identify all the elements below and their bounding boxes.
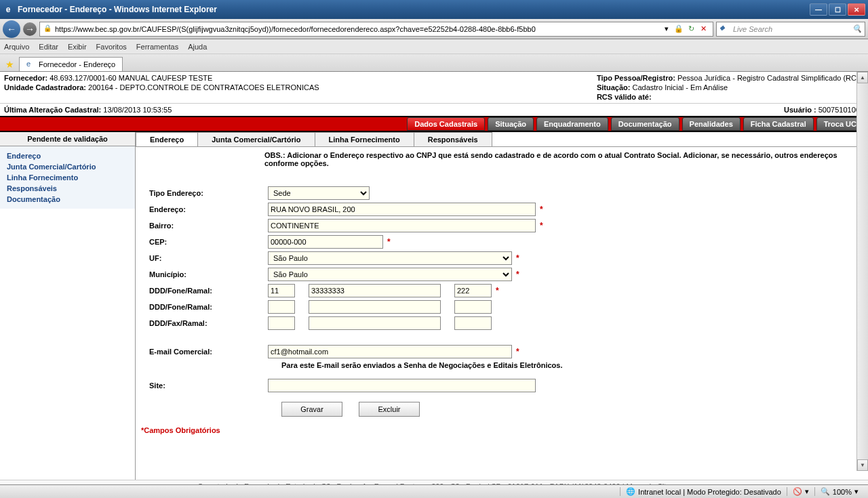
scroll-up-icon[interactable]: ▲ [857,72,868,83]
req-icon: * [516,253,519,263]
input-ddd2[interactable] [268,300,295,314]
label-ddd-fone-1: DDD/Fone/Ramal: [149,287,268,295]
fornecedor-value: 48.693.127/0001-60 MANUAL CAUFESP TESTE [50,74,212,82]
sidebar-link-documentacao[interactable]: Documentação [7,194,128,205]
ie-small-icon: e [26,60,36,69]
input-bairro[interactable] [268,219,536,232]
tab-dados-cadastrais[interactable]: Dados Cadastrais [407,117,485,131]
scroll-down-icon[interactable]: ▼ [857,459,868,471]
subtab-junta[interactable]: Junta Comercial/Cartório [197,132,315,146]
main-area: Pendente de validação Endereço Junta Com… [0,132,868,480]
forward-button[interactable]: → [23,22,37,36]
gravar-button[interactable]: Gravar [281,402,342,417]
select-tipo-endereco[interactable]: Sede [268,186,370,200]
subtab-linha[interactable]: Linha Fornecimento [315,132,414,146]
label-cep: CEP: [149,238,268,246]
tab-situacao[interactable]: Situação [488,117,534,131]
input-fax3[interactable] [309,316,441,330]
menu-ferramentas[interactable]: Ferramentas [136,43,178,51]
input-ddd3[interactable] [268,316,295,330]
favorites-icon[interactable]: ★ [3,58,16,71]
fornecedor-label: Fornecedor: [4,74,47,82]
menu-editar[interactable]: Editar [39,43,58,51]
input-ramal1[interactable] [454,284,492,297]
stop-icon[interactable]: ✕ [698,24,709,35]
window-buttons: — ☐ ✕ [808,3,865,16]
blocked-icon: 🚫 [793,487,802,496]
statusbar: 🌐 Intranet local | Modo Protegido: Desat… [0,484,868,498]
input-ramal3[interactable] [454,316,492,330]
close-button[interactable]: ✕ [848,3,865,16]
obs-text: OBS.: Adicionar o Endereço respectivo ao… [136,147,868,171]
search-box[interactable]: ◆ Live Search 🔍 [716,22,865,37]
url-input[interactable] [55,25,658,33]
tab-ficha-cadastral[interactable]: Ficha Cadastral [743,117,814,131]
email-note: Para este E-mail serão enviados a Senha … [149,360,854,377]
status-intranet: 🌐 Intranet local | Modo Protegido: Desat… [620,487,787,496]
label-uf: UF: [149,254,268,262]
input-site[interactable] [268,379,536,392]
input-endereco[interactable] [268,203,536,216]
label-bairro: Bairro: [149,222,268,230]
minimize-button[interactable]: — [810,3,827,16]
ultima-label: Última Alteração Cadastral: [4,106,101,114]
window-title: Fornecedor - Endereço - Windows Internet… [18,5,808,14]
status-zoom[interactable]: 🔍 100% ▾ [814,487,864,496]
subtab-responsaveis[interactable]: Responsáveis [414,132,492,146]
address-bar[interactable]: 🔒 ▾ 🔒 ↻ ✕ [39,22,713,37]
main-tabbar: Dados Cadastrais Situação Enquadramento … [0,116,868,132]
browser-navbar: ← → 🔒 ▾ 🔒 ↻ ✕ ◆ Live Search 🔍 [0,19,868,39]
search-placeholder: Live Search [733,25,772,33]
tab-documentacao[interactable]: Documentação [611,117,679,131]
input-fone2[interactable] [309,300,441,314]
req-icon: * [516,270,519,279]
urlbar-right: ▾ 🔒 ↻ ✕ [658,24,711,35]
browser-tab[interactable]: e Fornecedor - Endereço [19,57,123,71]
input-email[interactable] [268,345,512,358]
menubar: Arquivo Editar Exibir Favoritos Ferramen… [0,39,868,54]
subtabs: Endereço Junta Comercial/Cartório Linha … [136,132,868,147]
unidade-value: 200164 - DEPTO.CONTROLE DE CONTRATACOES … [88,83,319,91]
sidebar: Pendente de validação Endereço Junta Com… [0,132,136,480]
excluir-button[interactable]: Excluir [359,402,420,417]
menu-exibir[interactable]: Exibir [68,43,87,51]
sidebar-header: Pendente de validação [0,132,135,146]
sidebar-link-junta[interactable]: Junta Comercial/Cartório [7,161,128,172]
label-tipo-endereco: Tipo Endereço: [149,189,268,197]
search-icon[interactable]: 🔍 [852,24,862,33]
menu-arquivo[interactable]: Arquivo [4,43,29,51]
dropdown-icon[interactable]: ▾ [661,24,672,35]
req-icon: * [540,221,543,230]
select-municipio[interactable]: São Paulo [268,268,512,281]
globe-icon: 🌐 [626,487,635,496]
sidebar-link-responsaveis[interactable]: Responsáveis [7,183,128,194]
tab-penalidades[interactable]: Penalidades [682,117,741,131]
menu-ajuda[interactable]: Ajuda [188,43,207,51]
label-site: Site: [149,381,268,390]
input-ddd1[interactable] [268,284,295,297]
info-strip: Fornecedor: 48.693.127/0001-60 MANUAL CA… [0,72,868,104]
req-icon: * [496,286,499,295]
sidebar-link-linha[interactable]: Linha Fornecimento [7,172,128,183]
window-titlebar: e Fornecedor - Endereço - Windows Intern… [0,0,868,19]
ultima-value: 13/08/2013 10:53:55 [103,106,172,114]
maximize-button[interactable]: ☐ [829,3,846,16]
back-button[interactable]: ← [3,20,20,38]
scrollbar[interactable]: ▲ ▼ [856,72,868,471]
subtab-endereco[interactable]: Endereço [136,132,198,146]
refresh-icon[interactable]: ↻ [686,24,696,35]
menu-favoritos[interactable]: Favoritos [96,43,127,51]
sidebar-link-endereco[interactable]: Endereço [7,150,128,161]
input-ramal2[interactable] [454,300,492,314]
select-uf[interactable]: São Paulo [268,251,512,265]
tipo-label: Tipo Pessoa/Registro: [597,74,675,82]
form-area: Endereço Junta Comercial/Cartório Linha … [136,132,868,480]
input-fone1[interactable] [309,284,441,297]
tabbar: ★ e Fornecedor - Endereço [0,54,868,72]
status-blocked[interactable]: 🚫▾ [787,487,814,496]
tab-enquadramento[interactable]: Enquadramento [536,117,608,131]
situacao-value: Cadastro Inicial - Em Análise [632,83,728,91]
input-cep[interactable] [268,235,383,249]
search-provider-icon: ◆ [719,24,730,35]
req-icon: * [387,237,391,247]
